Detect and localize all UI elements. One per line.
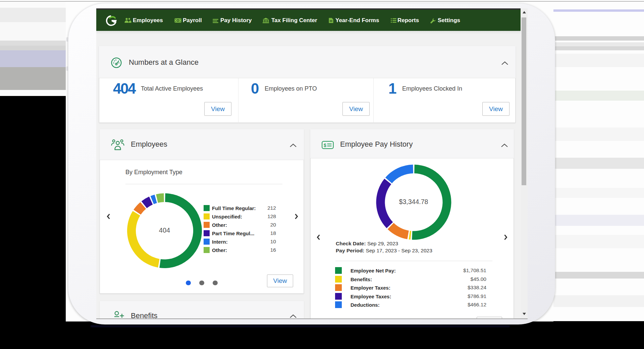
svg-text:$: $ xyxy=(324,143,326,148)
